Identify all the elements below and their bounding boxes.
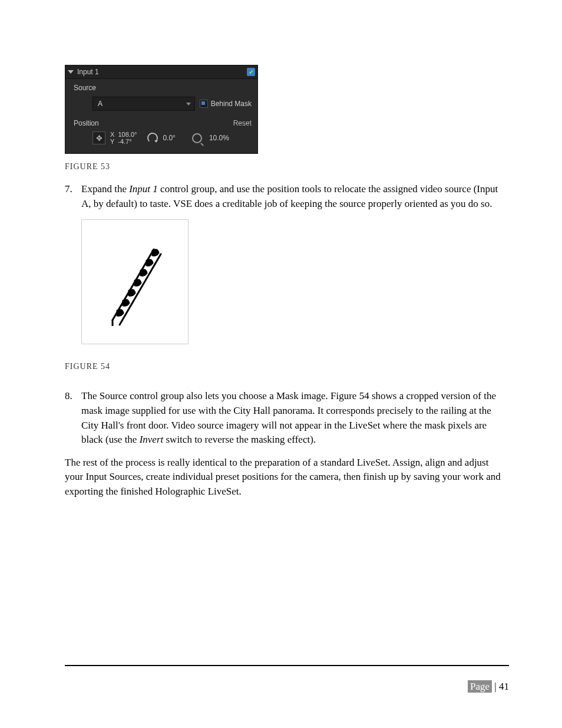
- rotation-value[interactable]: 0.0°: [163, 134, 175, 142]
- input1-italic: Input 1: [129, 183, 158, 195]
- xy-readout[interactable]: X 108.0° Y -4.7°: [110, 131, 137, 145]
- source-label: Source: [74, 84, 252, 92]
- position-label: Position: [74, 119, 99, 127]
- expand-triangle-icon[interactable]: [68, 70, 74, 74]
- chevron-down-icon: [186, 103, 191, 106]
- figure-53-caption: FIGURE 53: [65, 162, 509, 172]
- panel-header[interactable]: Input 1 ✓: [65, 65, 257, 79]
- list-number: 8.: [65, 389, 81, 447]
- railing-icon: [105, 238, 164, 326]
- zoom-icon[interactable]: [192, 133, 202, 143]
- closing-paragraph: The rest of the process is really identi…: [65, 456, 509, 499]
- footer-rule: [65, 665, 509, 666]
- behind-mask-label: Behind Mask: [211, 100, 252, 108]
- zoom-value[interactable]: 10.0%: [209, 134, 229, 142]
- list-number: 7.: [65, 182, 81, 211]
- panel-title: Input 1: [77, 68, 99, 76]
- figure-54-caption: FIGURE 54: [65, 362, 509, 371]
- rotate-icon[interactable]: [147, 133, 158, 143]
- page-number: Page | 41: [468, 681, 509, 693]
- svg-line-1: [120, 254, 161, 325]
- list-item-7: 7. Expand the Input 1 control group, and…: [65, 182, 509, 211]
- source-dropdown[interactable]: A: [92, 97, 195, 111]
- list-item-8: 8. The Source control group also lets yo…: [65, 389, 509, 447]
- enable-checkmark-icon[interactable]: ✓: [247, 68, 255, 76]
- invert-italic: Invert: [140, 434, 164, 445]
- mask-thumbnail: [81, 219, 189, 344]
- move-icon[interactable]: ✥: [92, 131, 105, 144]
- reset-button[interactable]: Reset: [233, 119, 252, 127]
- input1-panel: Input 1 ✓ Source A Behind Mask Position …: [65, 65, 258, 154]
- behind-mask-checkbox[interactable]: [200, 100, 208, 108]
- source-value: A: [98, 100, 103, 108]
